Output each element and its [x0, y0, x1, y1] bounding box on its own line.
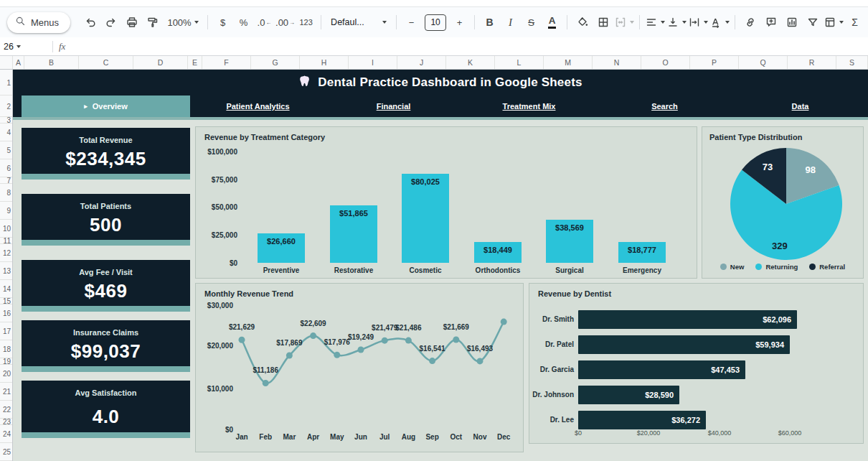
row-header-13[interactable]: 13 [0, 262, 12, 280]
fill-color-button[interactable] [572, 13, 592, 32]
zoom-control[interactable]: 100% [164, 13, 202, 32]
column-header-E[interactable]: E [188, 56, 202, 69]
row-number: 5 [6, 146, 11, 154]
bold-button[interactable]: B [480, 13, 499, 32]
print-button[interactable] [122, 13, 141, 32]
name-box[interactable]: 26 [0, 42, 47, 52]
insert-comment-button[interactable] [761, 13, 780, 32]
undo-button[interactable] [80, 13, 100, 32]
row-header-7[interactable]: 7 [0, 177, 12, 184]
more-formats-button[interactable]: 123 [296, 13, 316, 32]
row-number: 18 [3, 345, 11, 353]
column-header-Q[interactable]: Q [739, 56, 788, 69]
tab-financial[interactable]: Financial [326, 96, 461, 117]
chart-patient-type-distribution[interactable]: Patient Type Distribution 9832973NewRetu… [702, 126, 864, 279]
row-header-2[interactable]: 2 [0, 96, 12, 117]
tab-data[interactable]: Data [732, 96, 868, 117]
dentist-name-label: Dr. Garcia [529, 365, 574, 373]
font-size-input[interactable]: 10 [425, 14, 446, 31]
format-percent-button[interactable]: % [234, 13, 253, 32]
column-header-O[interactable]: O [641, 56, 690, 69]
kpi-label: Total Revenue [22, 128, 190, 144]
text-color-button[interactable]: A [542, 13, 562, 32]
font-family-selector[interactable]: Defaul... [326, 13, 391, 32]
grid-corner-cell[interactable] [0, 56, 13, 69]
row-header-20[interactable]: 20 [0, 365, 12, 383]
row-header-15[interactable]: 15 [0, 298, 12, 304]
redo-button[interactable] [101, 13, 121, 32]
horizontal-align-button[interactable] [645, 13, 665, 32]
increase-font-size-button[interactable]: + [450, 13, 469, 32]
format-currency-button[interactable]: $ [213, 13, 232, 32]
italic-button[interactable]: I [501, 13, 520, 32]
column-header-G[interactable]: G [251, 56, 300, 69]
column-header-I[interactable]: I [349, 56, 397, 69]
column-header-B[interactable]: B [24, 56, 79, 69]
dentist-name-label: Dr. Smith [529, 315, 574, 323]
column-header-J[interactable]: J [397, 56, 446, 69]
row-header-18[interactable]: 18 [0, 340, 12, 358]
row-header-5[interactable]: 5 [0, 141, 12, 159]
column-header-A[interactable]: A [13, 56, 24, 69]
tab-overview[interactable]: ▸ Overview [22, 96, 190, 117]
row-header-21[interactable]: 21 [0, 383, 12, 401]
row-number: 23 [3, 419, 11, 425]
tab-patient-analytics[interactable]: Patient Analytics [190, 96, 326, 117]
column-header-R[interactable]: R [788, 56, 836, 69]
row-header-12[interactable]: 12 [0, 244, 12, 262]
insert-chart-button[interactable] [782, 13, 801, 32]
row-header-22[interactable]: 22 [0, 401, 12, 419]
insert-link-button[interactable] [740, 13, 760, 32]
functions-button[interactable]: Σ [845, 13, 864, 32]
row-header-11[interactable]: 11 [0, 238, 12, 244]
chart-revenue-by-treatment[interactable]: Revenue by Treatment Category $100,000$7… [195, 126, 697, 279]
text-rotation-button[interactable] [709, 13, 730, 32]
menus-search-button[interactable]: Menus [7, 12, 70, 33]
row-header-19[interactable]: 19 [0, 358, 12, 365]
row-header-8[interactable]: 8 [0, 184, 12, 202]
table-views-button[interactable] [824, 13, 844, 32]
merge-cells-button[interactable] [614, 13, 634, 32]
create-filter-button[interactable] [803, 13, 822, 32]
column-header-P[interactable]: P [690, 56, 739, 69]
row-headers: 1234567891011121314151617181920212223242… [0, 70, 13, 461]
row-header-25[interactable]: 25 [0, 443, 12, 461]
column-header-F[interactable]: F [202, 56, 251, 69]
kpi-card-total-revenue: Total Revenue$234,345 [22, 128, 190, 180]
row-header-14[interactable]: 14 [0, 280, 12, 298]
decrease-font-size-button[interactable]: − [402, 13, 421, 32]
row-header-23[interactable]: 23 [0, 419, 12, 425]
tab-treatment-mix[interactable]: Treatment Mix [461, 96, 597, 117]
column-header-C[interactable]: C [79, 56, 133, 69]
chevron-down-icon [661, 21, 665, 24]
column-header-D[interactable]: D [133, 56, 188, 69]
column-header-S[interactable]: S [836, 56, 868, 69]
paint-format-button[interactable] [143, 13, 162, 32]
strikethrough-button[interactable]: S [522, 13, 541, 32]
text-wrapping-button[interactable] [688, 13, 708, 32]
increase-decimal-button[interactable]: .00→ [275, 13, 295, 32]
borders-button[interactable] [593, 13, 613, 32]
x-axis-category: Orthodontics [462, 266, 534, 274]
row-header-9[interactable]: 9 [0, 202, 12, 220]
tab-search[interactable]: Search [597, 96, 732, 117]
vertical-align-button[interactable] [666, 13, 687, 32]
chart-revenue-by-dentist[interactable]: Revenue by Dentist Dr. Smith$62,096Dr. P… [529, 283, 864, 444]
row-header-3[interactable]: 3 [0, 117, 12, 124]
row-number: 9 [6, 207, 11, 215]
chart-monthly-revenue-trend[interactable]: Monthly Revenue Trend $30,000$20,000$10,… [195, 283, 524, 452]
column-header-N[interactable]: N [593, 56, 641, 69]
column-header-H[interactable]: H [300, 56, 349, 69]
row-header-17[interactable]: 17 [0, 322, 12, 340]
column-header-L[interactable]: L [495, 56, 544, 69]
row-header-10[interactable]: 10 [0, 220, 12, 238]
column-header-K[interactable]: K [446, 56, 495, 69]
y-axis-tick: $50,000 [202, 203, 237, 211]
column-header-M[interactable]: M [544, 56, 593, 69]
row-header-6[interactable]: 6 [0, 159, 12, 177]
row-header-1[interactable]: 1 [0, 70, 12, 96]
row-header-24[interactable]: 24 [0, 425, 12, 443]
row-header-16[interactable]: 16 [0, 304, 12, 322]
row-header-4[interactable]: 4 [0, 124, 12, 141]
decrease-decimal-button[interactable]: .0← [255, 13, 274, 32]
